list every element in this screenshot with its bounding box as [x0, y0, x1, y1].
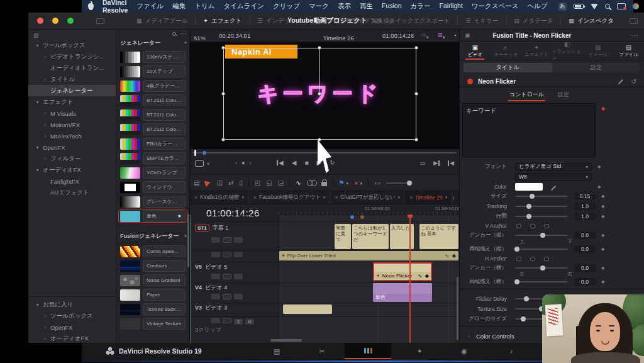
slider-knob[interactable]: [540, 265, 545, 271]
video3-track-header[interactable]: V3 ビデオ 3: [195, 304, 227, 312]
anchor-option-button[interactable]: [530, 257, 535, 261]
keyframe-diamond-icon[interactable]: ◆: [597, 164, 601, 169]
transform-handle[interactable]: [318, 46, 321, 50]
tab-effects[interactable]: ✦エフェクト: [521, 42, 552, 60]
generator-item[interactable]: Contours: [118, 259, 187, 272]
expand-arrow-icon[interactable]: ›: [42, 54, 48, 60]
marker-button[interactable]: ● ▾: [354, 179, 362, 186]
sidebar-item[interactable]: ジェネレーター: [28, 85, 116, 96]
menu-item-6[interactable]: 表示: [338, 2, 351, 11]
generator-item[interactable]: BT.2111 Color Bar HLG ...: [118, 94, 187, 107]
chevron-down-icon[interactable]: ▾: [445, 195, 448, 200]
menu-item-3[interactable]: タイムライン: [224, 2, 264, 11]
page-fusion[interactable]: ✦: [407, 343, 432, 359]
keyframe-diamond-icon[interactable]: ◆: [601, 214, 604, 219]
keyframe-diamond-icon[interactable]: ◆: [597, 184, 601, 189]
collapse-arrow-icon[interactable]: ▾: [35, 43, 40, 48]
eyedropper-icon[interactable]: [551, 186, 556, 191]
menu-right-item-4[interactable]: ヘルプ: [528, 2, 548, 11]
lock-icon[interactable]: [211, 318, 220, 323]
reset-icon[interactable]: ↺: [631, 78, 636, 85]
close-icon[interactable]: ×: [253, 194, 257, 201]
timeline-playhead[interactable]: [409, 215, 411, 343]
timeline-tab[interactable]: ×Facebook情報ログアウト▾: [249, 191, 330, 204]
generator-item[interactable]: ウィンドウ: [118, 181, 187, 194]
jog-right-icon[interactable]: ›: [249, 160, 251, 166]
wifi-icon[interactable]: [591, 4, 598, 9]
multicam-icon[interactable]: ▥ ▾: [438, 32, 443, 38]
match-frame-button[interactable]: ◀: [448, 160, 454, 166]
timeline-ruler[interactable]: 01:00:08:00 01:00:16:00: [279, 204, 459, 215]
horizontal-scrollbar[interactable]: [270, 339, 302, 342]
subtitle-clip[interactable]: こちらは私が1つのキーワードだ: [352, 224, 389, 249]
auto-select-icon[interactable]: [223, 318, 231, 323]
timeline-marker-brown[interactable]: [360, 215, 364, 219]
media-pool-button[interactable]: ▦メディアプール: [129, 13, 195, 29]
loop-range-icon[interactable]: ▭: [420, 160, 426, 166]
generator-item[interactable]: 4色グラデーション: [118, 79, 187, 92]
close-icon[interactable]: ×: [194, 194, 197, 201]
transform-handle[interactable]: [414, 138, 418, 142]
input-method-icon[interactable]: あ: [558, 3, 567, 11]
dual-monitor-icon[interactable]: [630, 18, 638, 24]
quick-export-button[interactable]: ↑クイックエクスポート: [375, 13, 458, 29]
expand-arrow-icon[interactable]: ›: [42, 133, 48, 139]
param-value[interactable]: 0.0: [574, 245, 596, 253]
auto-select-icon[interactable]: [223, 294, 231, 299]
effects-library-icon[interactable]: ▥: [33, 32, 39, 38]
color-viewer-icon[interactable]: ◔: [453, 32, 457, 39]
expand-arrow-icon[interactable]: ›: [42, 313, 48, 319]
generator-item[interactable]: SMPTEカラーバー: [118, 152, 187, 165]
stop-button[interactable]: ■: [304, 159, 308, 166]
video3-clip[interactable]: [283, 304, 332, 314]
param-value[interactable]: 0.0: [574, 278, 596, 286]
go-to-start-button[interactable]: ◀: [277, 159, 284, 166]
tab-video[interactable]: ▣ビデオ: [460, 42, 491, 60]
generator-item[interactable]: Comic Speed Lines: [118, 245, 187, 258]
transform-handle[interactable]: [414, 92, 418, 96]
expand-arrow-icon[interactable]: ›: [42, 77, 48, 82]
slider-knob[interactable]: [514, 247, 519, 252]
generator-item[interactable]: BT.2111 Color Bar PQ F...: [118, 108, 187, 121]
effects-button[interactable]: ✦エフェクト: [196, 13, 249, 29]
enable-icon[interactable]: [234, 237, 243, 243]
mixer-button[interactable]: ☰ミキサー: [458, 13, 506, 29]
subtitle-clip[interactable]: 実際に見て: [335, 224, 351, 249]
keyframe-diamond-icon[interactable]: ◆: [601, 233, 604, 238]
param-slider[interactable]: [515, 267, 568, 269]
collapse-arrow-icon[interactable]: ▾: [35, 99, 40, 105]
next-clip-button[interactable]: ▶: [433, 160, 440, 166]
slider-knob[interactable]: [526, 204, 531, 209]
param-value[interactable]: 0.0: [574, 264, 596, 272]
slider-knob[interactable]: [514, 279, 519, 284]
control-tab[interactable]: 設定: [557, 90, 570, 100]
generator-item[interactable]: グレースケール: [118, 195, 187, 208]
page-media[interactable]: ▤: [264, 343, 289, 359]
menu-item-0[interactable]: ファイル: [136, 2, 164, 11]
timeline-marker-blue[interactable]: [350, 215, 354, 219]
spotlight-search-icon[interactable]: [605, 4, 610, 9]
generator-item[interactable]: Paper: [118, 288, 187, 301]
chevron-down-icon[interactable]: ▾: [398, 195, 401, 200]
subtitle-clip[interactable]: このように ですね 基本: [419, 224, 458, 249]
anchor-option-button[interactable]: [516, 257, 521, 261]
page-edit[interactable]: [345, 343, 391, 359]
generator-item[interactable]: 単色★: [118, 209, 187, 223]
tab-file[interactable]: ▤ファイル: [613, 42, 644, 60]
center-anchor-handle[interactable]: [318, 92, 321, 96]
search-icon[interactable]: [172, 32, 176, 36]
generator-item[interactable]: Noise Gradient: [118, 274, 187, 287]
favorite-star-icon[interactable]: ★: [177, 213, 182, 219]
solid-color-clip[interactable]: 単色: [373, 283, 432, 302]
sidebar-item[interactable]: ›ビデオトランジシ..: [28, 51, 116, 62]
keyframe-diamond-icon[interactable]: ◆: [601, 204, 604, 209]
transform-handle[interactable]: [414, 46, 418, 50]
param-slider[interactable]: [515, 216, 568, 217]
control-center-icon[interactable]: [633, 3, 639, 9]
enable-icon[interactable]: [234, 274, 243, 279]
keyframe-diamond-icon[interactable]: ◆: [601, 265, 604, 271]
solo-button[interactable]: S: [234, 319, 243, 325]
slider-knob[interactable]: [526, 214, 531, 219]
slider-knob[interactable]: [407, 181, 412, 186]
maximize-window-button[interactable]: [67, 18, 74, 24]
